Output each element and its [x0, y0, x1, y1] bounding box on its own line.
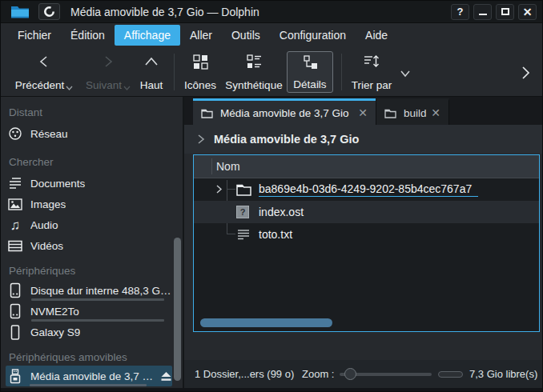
- chevron-left-icon: [35, 54, 53, 70]
- tab-bar: Média amovible de 3,7 Gio ✕ build ✕: [184, 97, 542, 125]
- breadcrumb-chevron-icon: [196, 134, 205, 145]
- statusbar: 1 Dossier,...ers (99 o) Zoom : 7,3 Gio l…: [184, 360, 542, 388]
- tab-media-amovible[interactable]: Média amovible de 3,7 Gio ✕: [193, 98, 376, 125]
- details-view-icon: [301, 54, 319, 70]
- folder-icon: [384, 108, 396, 118]
- sort-caret-down-icon[interactable]: [400, 70, 411, 78]
- sidebar-item-reseau[interactable]: Réseau: [7, 123, 171, 144]
- folder-icon: [201, 108, 213, 118]
- compact-view-icon: [245, 54, 263, 70]
- section-peripheriques: Périphériques: [9, 265, 75, 277]
- sort-by-button[interactable]: Trier par: [347, 51, 396, 93]
- tab-close-icon[interactable]: ✕: [431, 106, 440, 119]
- main-area: Média amovible de 3,7 Gio ✕ build ✕ Médi…: [184, 97, 542, 388]
- menu-fichier[interactable]: Fichier: [8, 25, 61, 46]
- column-separator: [211, 158, 212, 174]
- chevron-right-icon: [99, 54, 117, 70]
- zoom-slider-handle[interactable]: [344, 368, 356, 380]
- places-panel: Distant Réseau Chercher Documents Images: [1, 97, 184, 388]
- sidebar-item-videos[interactable]: Vidéos: [7, 235, 171, 256]
- sidebar-item-galaxy-s9[interactable]: Galaxy S9: [7, 322, 171, 342]
- menu-configuration[interactable]: Configuration: [270, 25, 356, 46]
- free-space-label: 7,3 Gio libre(s): [469, 368, 537, 380]
- breadcrumb-location[interactable]: Média amovible de 3,7 Gio: [214, 133, 359, 146]
- column-header[interactable]: Nom: [194, 155, 539, 178]
- help-button[interactable]: ?: [451, 4, 469, 20]
- chevron-up-icon: [143, 54, 160, 70]
- zoom-label: Zoom :: [302, 368, 334, 380]
- dolphin-app-icon: [10, 4, 30, 19]
- file-row-toto-txt[interactable]: toto.txt: [194, 223, 539, 246]
- unknown-file-icon: ?: [236, 206, 249, 218]
- caret-down-icon: [123, 84, 131, 91]
- column-nom[interactable]: Nom: [216, 155, 240, 178]
- minimize-button[interactable]: [473, 4, 492, 20]
- menu-aller[interactable]: Aller: [180, 25, 222, 46]
- caret-down-icon: [66, 84, 73, 91]
- folder-view: Nom: [193, 154, 540, 332]
- toolbar: Précédent Suivant Haut Icônes: [1, 47, 542, 97]
- toolbar-overflow-icon[interactable]: [520, 65, 531, 81]
- back-button[interactable]: Précédent: [6, 51, 82, 93]
- window-title: Média amovible de 3,7 Gio — Dolphin: [70, 6, 259, 18]
- video-icon: [7, 240, 23, 252]
- tab-build[interactable]: build ✕: [376, 98, 449, 125]
- phone-icon: [7, 325, 23, 340]
- sidebar-item-audio[interactable]: ♫ Audio: [7, 214, 171, 235]
- horizontal-scrollbar[interactable]: [200, 318, 332, 327]
- breadcrumb: Média amovible de 3,7 Gio: [184, 125, 542, 154]
- tab-close-icon[interactable]: ✕: [358, 106, 368, 119]
- image-icon: [7, 198, 23, 210]
- usb-drive-icon: [7, 369, 23, 384]
- section-peripheriques-amovibles: Périphériques amovibles: [9, 351, 127, 363]
- dolphin-window: Média amovible de 3,7 Gio — Dolphin ? ✕ …: [0, 0, 543, 392]
- minimize-icon: [479, 14, 487, 15]
- section-distant: Distant: [9, 106, 42, 118]
- sort-icon: [363, 54, 380, 70]
- maximize-button[interactable]: [496, 4, 514, 20]
- close-icon: ✕: [523, 6, 533, 18]
- expand-arrow-icon[interactable]: [215, 183, 223, 195]
- capacity-bar: [438, 371, 463, 378]
- disc-icon: [43, 6, 55, 18]
- icons-view-button[interactable]: Icônes: [179, 51, 222, 93]
- window-bottom-border: [1, 388, 542, 392]
- status-summary: 1 Dossier,...ers (99 o): [195, 368, 294, 380]
- text-file-icon: [236, 228, 251, 241]
- menubar: Fichier Édition Affichage Aller Outils C…: [1, 23, 542, 47]
- up-button[interactable]: Haut: [133, 51, 170, 93]
- sidebar-item-media-amovible[interactable]: Média amovible de 3,7 …: [6, 366, 172, 386]
- network-icon: [7, 126, 23, 141]
- document-icon: [7, 177, 23, 190]
- disk-usage-bar: [30, 384, 147, 386]
- harddisk-icon: [7, 303, 23, 319]
- sidebar-scrollbar[interactable]: [174, 238, 181, 381]
- compact-view-button[interactable]: Synthétique: [223, 51, 284, 93]
- menu-outils[interactable]: Outils: [222, 25, 270, 46]
- forward-button[interactable]: Suivant: [84, 51, 132, 93]
- window-menu-button[interactable]: [38, 3, 60, 20]
- menu-aide[interactable]: Aide: [356, 25, 397, 46]
- close-button[interactable]: ✕: [518, 4, 537, 20]
- menu-edition[interactable]: Édition: [61, 25, 115, 46]
- toolbar-separator: [341, 54, 342, 90]
- sidebar-item-disque-dur-interne[interactable]: Disque dur interne 488,3 G…: [7, 280, 171, 301]
- toolbar-separator: [174, 54, 175, 90]
- audio-icon: ♫: [7, 218, 23, 232]
- sidebar-item-nvme2to[interactable]: NVME2To: [7, 301, 171, 322]
- maximize-icon: [501, 8, 509, 15]
- menu-affichage[interactable]: Affichage: [115, 25, 180, 46]
- file-row-index-ost[interactable]: ? index.ost: [194, 201, 539, 223]
- section-chercher: Chercher: [9, 156, 54, 168]
- eject-icon[interactable]: [160, 371, 172, 382]
- sidebar-item-images[interactable]: Images: [7, 194, 171, 214]
- folder-icon: [236, 183, 251, 196]
- details-view-button[interactable]: Détails: [287, 51, 333, 93]
- file-row-folder[interactable]: ba869e4b-03d6-4249-9202-85b4cec767a7: [194, 178, 539, 201]
- sidebar-item-documents[interactable]: Documents: [7, 173, 171, 194]
- icons-view-icon: [191, 54, 209, 70]
- titlebar: Média amovible de 3,7 Gio — Dolphin ? ✕: [1, 1, 542, 23]
- harddisk-icon: [7, 282, 23, 298]
